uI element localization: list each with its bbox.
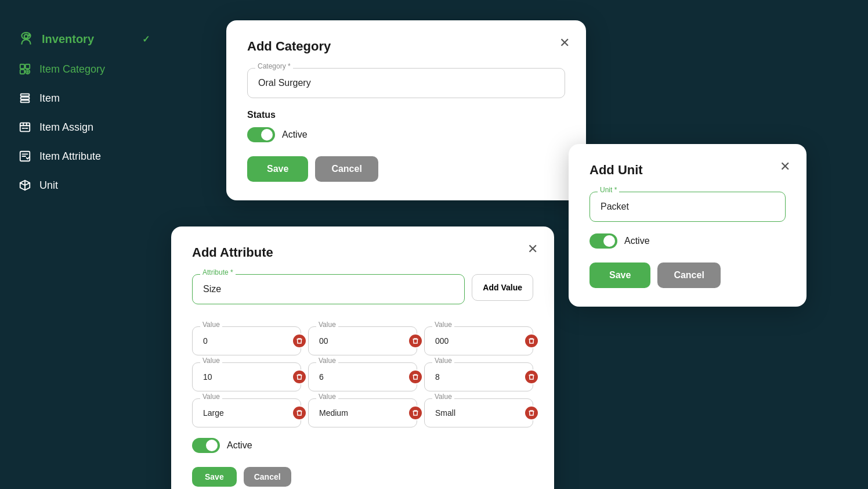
value-field-group-4: Value (308, 362, 417, 391)
item-icon (19, 92, 31, 105)
attribute-top-row: Attribute * Add Value (192, 274, 533, 316)
delete-value-button-2[interactable] (524, 333, 539, 348)
category-field-label: Category * (255, 62, 293, 70)
delete-value-button-3[interactable] (292, 369, 307, 384)
add-category-modal: Add Category ✕ Category * Status Active … (226, 20, 586, 200)
delete-value-button-6[interactable] (292, 405, 307, 420)
svg-rect-3 (26, 64, 30, 69)
svg-rect-6 (21, 94, 30, 96)
sidebar-item-category-label: Item Category (39, 63, 105, 75)
svg-rect-9 (20, 123, 30, 132)
category-active-toggle-wrap: Active (247, 127, 565, 142)
category-active-toggle[interactable] (247, 127, 275, 142)
value-field-group-6: Value (192, 398, 301, 427)
sidebar-item-item-attribute[interactable]: Item Attribute (0, 142, 168, 171)
attribute-btn-row: Save Cancel (192, 467, 533, 487)
attribute-cancel-button[interactable]: Cancel (244, 467, 291, 487)
unit-icon (19, 179, 31, 192)
svg-rect-4 (20, 70, 24, 74)
value-input-7[interactable] (308, 398, 417, 427)
attribute-input[interactable] (192, 274, 465, 304)
value-input-3[interactable] (192, 362, 301, 391)
sidebar-item-item[interactable]: Item (0, 84, 168, 113)
sidebar-item-assign-label: Item Assign (39, 121, 93, 134)
unit-modal-close[interactable]: ✕ (780, 160, 790, 173)
category-input[interactable] (247, 68, 565, 98)
attribute-active-toggle-wrap: Active (192, 438, 533, 453)
value-field-group-5: Value (424, 362, 533, 391)
value-label-8: Value (432, 393, 454, 401)
delete-value-button-4[interactable] (408, 369, 423, 384)
value-input-2[interactable] (424, 326, 533, 355)
category-field-group: Category * (247, 68, 565, 98)
delete-value-button-7[interactable] (408, 405, 423, 420)
sidebar-item-item-category[interactable]: Item Category (0, 55, 168, 84)
value-input-6[interactable] (192, 398, 301, 427)
attribute-field-label: Attribute * (200, 268, 236, 276)
status-label: Status (247, 110, 565, 120)
value-field-group-3: Value (192, 362, 301, 391)
value-cell: Value (308, 398, 417, 427)
value-field-group-0: Value (192, 326, 301, 355)
chevron-down-icon: ✓ (142, 34, 150, 45)
value-cell: Value (192, 398, 301, 427)
add-value-button[interactable]: Add Value (472, 274, 533, 301)
value-cell: Value (192, 326, 301, 355)
category-btn-row: Save Cancel (247, 156, 565, 182)
delete-value-button-1[interactable] (408, 333, 423, 348)
sidebar-item-label: Item (39, 92, 60, 105)
unit-active-toggle-wrap: Active (589, 233, 786, 249)
value-grid: Value Value Value Value (192, 326, 533, 427)
category-modal-close[interactable]: ✕ (559, 37, 570, 49)
value-field-group-1: Value (308, 326, 417, 355)
attribute-save-button[interactable]: Save (192, 467, 237, 487)
unit-cancel-button[interactable]: Cancel (657, 263, 720, 288)
svg-point-0 (24, 34, 28, 38)
inventory-icon (19, 31, 34, 46)
svg-rect-8 (21, 100, 30, 103)
attribute-active-toggle[interactable] (192, 438, 220, 453)
attribute-modal-close[interactable]: ✕ (527, 243, 538, 256)
attribute-active-label: Active (227, 440, 252, 451)
sidebar-inventory-label: Inventory (42, 33, 94, 46)
value-cell: Value (192, 362, 301, 391)
attribute-modal-title: Add Attribute (192, 245, 533, 260)
category-modal-title: Add Category (247, 39, 565, 54)
sidebar-item-inventory[interactable]: Inventory ✓ (0, 23, 168, 55)
sidebar-item-item-assign[interactable]: Item Assign (0, 113, 168, 142)
item-category-icon (19, 63, 31, 75)
value-label-0: Value (200, 321, 222, 329)
unit-field-group: Unit * (589, 192, 786, 222)
value-label-5: Value (432, 357, 454, 365)
value-cell: Value (308, 362, 417, 391)
category-save-button[interactable]: Save (247, 156, 308, 182)
unit-modal-title: Add Unit (589, 163, 786, 178)
svg-rect-2 (20, 64, 24, 69)
delete-value-button-5[interactable] (524, 369, 539, 384)
unit-active-toggle[interactable] (589, 233, 617, 249)
value-input-0[interactable] (192, 326, 301, 355)
value-input-5[interactable] (424, 362, 533, 391)
value-field-group-8: Value (424, 398, 533, 427)
value-cell: Value (308, 326, 417, 355)
unit-input[interactable] (589, 192, 786, 222)
delete-value-button-8[interactable] (524, 405, 539, 420)
sidebar: Inventory ✓ Item Category Item (0, 0, 168, 489)
category-cancel-button[interactable]: Cancel (315, 156, 378, 182)
value-field-group-2: Value (424, 326, 533, 355)
unit-save-button[interactable]: Save (589, 263, 650, 288)
svg-point-1 (28, 34, 30, 36)
value-input-4[interactable] (308, 362, 417, 391)
value-input-8[interactable] (424, 398, 533, 427)
value-label-2: Value (432, 321, 454, 329)
unit-active-label: Active (624, 236, 650, 246)
value-input-1[interactable] (308, 326, 417, 355)
value-cell: Value (424, 362, 533, 391)
item-assign-icon (19, 121, 31, 134)
sidebar-item-unit[interactable]: Unit (0, 171, 168, 200)
value-label-6: Value (200, 393, 222, 401)
category-active-label: Active (282, 130, 308, 140)
delete-value-button-0[interactable] (292, 333, 307, 348)
value-label-1: Value (316, 321, 338, 329)
value-field-group-7: Value (308, 398, 417, 427)
